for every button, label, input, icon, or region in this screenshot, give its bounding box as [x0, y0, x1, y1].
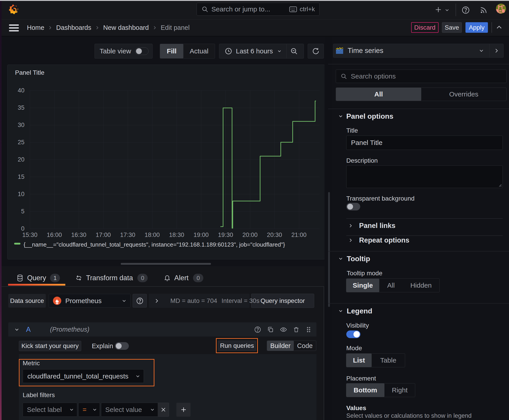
svg-text:19:00: 19:00 — [193, 232, 209, 238]
svg-text:0: 0 — [21, 225, 24, 232]
svg-text:35: 35 — [18, 104, 24, 111]
svg-text:10: 10 — [18, 191, 24, 197]
svg-text:25: 25 — [18, 139, 24, 146]
svg-text:20:00: 20:00 — [242, 232, 258, 238]
svg-text:21:00: 21:00 — [291, 232, 307, 238]
svg-text:17:30: 17:30 — [120, 232, 135, 238]
svg-text:{__name__="cloudflared_tunnel_: {__name__="cloudflared_tunnel_total_requ… — [23, 241, 285, 248]
svg-text:20: 20 — [18, 156, 24, 163]
svg-text:40: 40 — [18, 87, 24, 94]
svg-text:18:00: 18:00 — [144, 232, 160, 238]
svg-text:Panel Title: Panel Title — [15, 69, 45, 76]
svg-text:15:30: 15:30 — [22, 232, 38, 238]
svg-text:19:30: 19:30 — [218, 232, 233, 238]
svg-text:5: 5 — [21, 208, 24, 215]
svg-text:30: 30 — [18, 122, 24, 128]
svg-text:20:30: 20:30 — [267, 232, 282, 238]
svg-text:16:00: 16:00 — [47, 232, 62, 238]
svg-text:16:30: 16:30 — [71, 232, 86, 238]
svg-text:17:00: 17:00 — [96, 232, 111, 238]
svg-text:15: 15 — [18, 173, 24, 180]
svg-text:18:30: 18:30 — [169, 232, 184, 238]
